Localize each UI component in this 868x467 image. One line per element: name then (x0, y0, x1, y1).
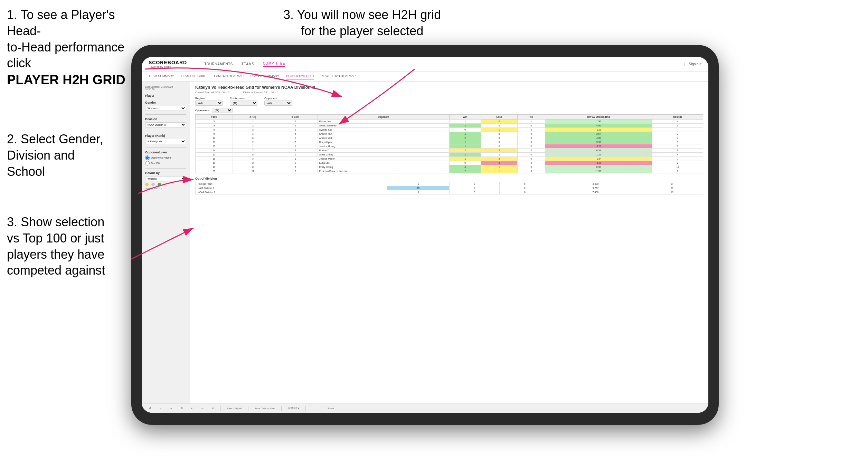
nav-committee[interactable]: COMMITTEE (263, 61, 285, 67)
sub-nav: TEAM SUMMARY TEAM H2H GRID TEAM H2H HEAT… (142, 72, 708, 82)
th-conf: # Conf (273, 115, 318, 120)
table-row: 1063Andrea York2004.004 (196, 136, 703, 140)
th-div: # Div (196, 115, 233, 120)
toolbar-back[interactable]: ← (157, 407, 164, 410)
nav-teams[interactable]: TEAMS (242, 62, 254, 66)
toolbar-dots[interactable]: ··· (199, 407, 206, 410)
table-row: 633Sydney Kuo010-1.00 (196, 128, 703, 132)
instr-mid1: 2. Select Gender, (7, 132, 103, 146)
toolbar-download[interactable]: ↓↑ (310, 407, 317, 410)
sub-nav-team-h2h-grid[interactable]: TEAM H2H GRID (181, 73, 205, 79)
dot-down (145, 183, 149, 186)
toolbar-return[interactable]: ↩ (189, 406, 195, 410)
sign-out-link[interactable]: Sign out (689, 62, 701, 66)
sub-nav-player-h2h-grid[interactable]: PLAYER H2H GRID (286, 73, 314, 79)
radio-top100[interactable]: Top 100 (145, 161, 186, 165)
th-rounds: Rounds (652, 115, 703, 120)
main-content: Last Updated: 27/03/202416:55:38 Player … (142, 82, 708, 403)
instruction-bottom-left: 3. Show selection vs Top 100 or just pla… (7, 214, 105, 279)
sidebar-division-label: Division (145, 117, 186, 121)
th-tie: Tie (518, 115, 545, 120)
th-opponent: Opponent (318, 115, 449, 120)
table-header-row: # Div # Reg # Conf Opponent Win Loss Tie… (196, 115, 703, 120)
toolbar-share[interactable]: Share (325, 407, 336, 410)
panel-subtitle: Overall Record: 353 - 34 - 6 Division Re… (195, 91, 703, 94)
division-record: Division Record: 331 - 34 - 6 (243, 91, 278, 94)
instr-bot2: vs Top 100 or just (7, 231, 104, 245)
filter-opponent: Opponent (All) (264, 97, 292, 106)
out-table-row: NCAA Division 25007.40010 (196, 190, 703, 194)
filter-row: Region (All) Conference (All) Opponent (195, 97, 703, 106)
out-table: Foreign Team1004.5002NAIA Division 11500… (195, 182, 703, 194)
table-row: 522Alexis Sudjianto1004.003 (196, 124, 703, 128)
toolbar-view-original[interactable]: View: Original (225, 407, 244, 410)
nav-separator: | (685, 62, 686, 66)
instr-bot1: 3. Show selection (7, 215, 104, 229)
logo-sub: Powered by clippd (149, 65, 187, 68)
logo-main: SCOREBOARD (149, 60, 187, 65)
sub-nav-team-h2h-heatmap[interactable]: TEAM H2H HEATMAP (212, 73, 244, 79)
toolbar-sep4 (305, 406, 306, 411)
instr-line1: 1. To see a Player's Head- (7, 8, 115, 38)
division-select[interactable]: NCAA Division III (145, 122, 186, 127)
instruction-mid-left: 2. Select Gender, Division and School (7, 131, 103, 180)
main-table: # Div # Reg # Conf Opponent Win Loss Tie… (195, 114, 703, 173)
sidebar: Last Updated: 27/03/202416:55:38 Player … (142, 82, 190, 403)
sidebar-timestamp: Last Updated: 27/03/202416:55:38 (145, 86, 186, 90)
colour-select[interactable]: Win/loss (145, 176, 186, 181)
colour-label: Colour by (145, 171, 186, 175)
th-reg: # Reg (233, 115, 273, 120)
table-row: 20117Federica Domecq Lacroze2101.336 (196, 169, 703, 173)
filter-region: Region (All) (195, 97, 223, 106)
table-row: 19106Emily Chang4100.3011 (196, 165, 703, 169)
region-select[interactable]: (All) (195, 101, 223, 106)
sub-nav-player-h2h-heatmap[interactable]: PLAYER H2H HEATMAP (321, 73, 356, 79)
toolbar-undo[interactable]: ↺ (147, 406, 153, 410)
radio-opponents-played[interactable]: Opponents Played (145, 155, 186, 160)
toolbar-grid[interactable]: ⊞ (179, 406, 185, 410)
nav-tournaments[interactable]: TOURNAMENTS (204, 62, 233, 66)
toolbar-timer[interactable]: ⏱ (210, 407, 216, 410)
instr-bot3: players they have (7, 247, 104, 261)
sub-nav-team-summary[interactable]: TEAM SUMMARY (149, 73, 174, 79)
opponent-select[interactable]: (All) (264, 101, 292, 106)
radio-top100-input[interactable] (145, 161, 150, 165)
opponent-view-section: Opponent view Opponents Played Top 100 (145, 151, 186, 165)
sidebar-gender-section: Gender Women's (145, 101, 186, 111)
player-rank-select[interactable]: 8. Katelyn Vo (145, 139, 186, 144)
label-level: Level (152, 188, 157, 190)
filter-conference: Conference (All) (230, 97, 257, 106)
instr-mid3: School (7, 164, 45, 179)
label-down: Down (145, 188, 150, 190)
sub-nav-player-summary[interactable]: PLAYER SUMMARY (251, 73, 279, 79)
radio-opponents-played-label: Opponents Played (151, 156, 171, 159)
colour-section: Colour by Win/loss Down Level Up (145, 171, 186, 190)
table-row: 1631Jessica Mason120-0.947 (196, 157, 703, 161)
instr-mid2: Division and (7, 148, 75, 162)
table-body: 311Esther Lee1011.504522Alexis Sudjianto… (196, 120, 703, 173)
opponents-filter-select[interactable]: (All) (212, 108, 233, 113)
toolbar-sep5 (321, 406, 321, 411)
toolbar-sep3 (281, 406, 282, 411)
opponent-view-label: Opponent view (145, 151, 186, 154)
th-loss: Loss (481, 115, 518, 120)
out-table-body: Foreign Team1004.5002NAIA Division 11500… (196, 182, 703, 194)
radio-opponents-played-input[interactable] (145, 155, 150, 160)
toolbar-forward[interactable]: → (168, 407, 174, 410)
data-panel: Katelyn Vo Head-to-Head Grid for Women's… (190, 82, 708, 403)
table-row: 914Sharon Mun1003.673 (196, 132, 703, 136)
table-row: 311Esther Lee1011.504 (196, 120, 703, 124)
sidebar-player-section: Player (145, 94, 186, 97)
toolbar-save-custom[interactable]: Save Custom View (253, 407, 277, 410)
conference-select[interactable]: (All) (230, 101, 257, 106)
gender-select[interactable]: Women's (145, 106, 186, 111)
sidebar-division-section: Division NCAA Division III (145, 117, 186, 127)
table-row: 1311Jessica Huang100-3.002 (196, 144, 703, 149)
panel-title: Katelyn Vo Head-to-Head Grid for Women's… (195, 85, 703, 90)
colour-labels: Down Level Up (145, 188, 186, 190)
overall-record: Overall Record: 353 - 34 - 6 (195, 91, 229, 94)
sidebar-gender-label: Gender (145, 101, 186, 104)
toolbar-watch[interactable]: ⊙ Watch ▾ (286, 406, 301, 410)
opponent-label: Opponent (264, 97, 292, 100)
radio-group: Opponents Played Top 100 (145, 155, 186, 165)
